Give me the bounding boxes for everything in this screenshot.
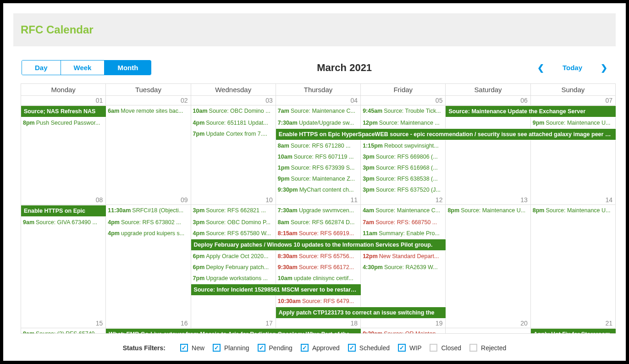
- calendar-event-bar[interactable]: Source: Infor Incident 15298561 MSCM ser…: [191, 284, 361, 295]
- calendar-event[interactable]: 1:15pmReboot swpvinsight...: [361, 140, 446, 151]
- calendar-event[interactable]: 8amSource: (3) RFS 65749...: [21, 328, 106, 333]
- calendar-event[interactable]: 8pmPush Secured Passwor...: [21, 117, 106, 128]
- day-number[interactable]: 14: [531, 195, 615, 204]
- filter-closed[interactable]: Closed: [430, 344, 461, 352]
- day-number[interactable]: 20: [446, 319, 530, 328]
- calendar-event-bar[interactable]: Enable HTTPS on Epic HyperSpaceWEB sourc…: [276, 129, 616, 140]
- calendar-event[interactable]: 3pmSource: OBC Domino P...: [191, 217, 276, 228]
- calendar-event[interactable]: 10amSource: RFS 607119 ...: [276, 151, 361, 162]
- calendar-event[interactable]: 7pmUpgrade workstations ...: [191, 273, 276, 284]
- calendar-event[interactable]: 4:30pmSource: RA2639 W...: [361, 262, 446, 273]
- day-number[interactable]: 18: [276, 319, 360, 328]
- day-header: Wednesday: [191, 83, 276, 96]
- day-number[interactable]: 08: [21, 195, 105, 204]
- day-number[interactable]: 02: [106, 96, 190, 105]
- day-number[interactable]: 03: [191, 96, 276, 105]
- day-number[interactable]: 13: [446, 195, 530, 204]
- calendar-event[interactable]: 4pmupgrade prod kuipers s...: [106, 228, 191, 239]
- checkbox-icon[interactable]: [301, 344, 309, 352]
- filter-planning[interactable]: Planning: [213, 344, 249, 352]
- checkbox-icon[interactable]: [348, 344, 356, 352]
- calendar-event-bar[interactable]: Deploy February patches / Windows 10 upd…: [191, 239, 446, 250]
- calendar-event[interactable]: 7amSource: RFS: 668750 ...: [361, 217, 446, 228]
- day-number[interactable]: 16: [106, 319, 190, 328]
- calendar-event[interactable]: 4pmSource: RFS 673802 ...: [106, 217, 191, 228]
- calendar-event-bar[interactable]: Apply patch CTP123173 to correct an issu…: [276, 307, 446, 318]
- checkbox-icon[interactable]: [469, 344, 477, 352]
- calendar-event-bar[interactable]: Enable HTTPS on Epic: [21, 205, 106, 216]
- view-day[interactable]: Day: [22, 61, 61, 75]
- day-number[interactable]: 07: [531, 96, 615, 105]
- filter-rejected[interactable]: Rejected: [469, 344, 506, 352]
- calendar-event[interactable]: 6pmApply Oracle Oct 2020...: [191, 251, 276, 262]
- day-number[interactable]: 05: [361, 96, 445, 105]
- day-number[interactable]: 04: [276, 96, 360, 105]
- calendar-event[interactable]: 9:30amSource: RFS 66172...: [276, 262, 361, 273]
- calendar-event[interactable]: 6amMove remote sites bac...: [106, 105, 191, 117]
- day-number[interactable]: 19: [361, 319, 445, 328]
- filter-pending[interactable]: Pending: [258, 344, 292, 352]
- day-number[interactable]: 10: [191, 195, 276, 204]
- calendar-event[interactable]: 12pmNew Standard Depart...: [361, 251, 446, 262]
- filter-wip[interactable]: WIP: [398, 344, 421, 352]
- today-button[interactable]: Today: [563, 64, 582, 72]
- prev-icon[interactable]: ❮: [537, 63, 544, 73]
- filter-scheduled[interactable]: Scheduled: [348, 344, 390, 352]
- calendar-event[interactable]: 3pmSource: RFS 616968 (...: [361, 162, 446, 173]
- calendar-event[interactable]: 9:30pmMyChart content ch...: [276, 184, 361, 195]
- calendar-event[interactable]: 7pmUpdate Cortex from 7....: [191, 128, 276, 140]
- calendar-event-bar[interactable]: Source: Maintenance Update the Exchange …: [446, 106, 616, 117]
- calendar-event[interactable]: 1pmSource: RFS 673939 S...: [276, 162, 361, 173]
- calendar-event[interactable]: 6pmDeploy February patch...: [191, 262, 276, 273]
- calendar-event[interactable]: 3pmSource: RFS 638538 (...: [361, 173, 446, 184]
- calendar-event[interactable]: 11amSummary: Enable Pro...: [361, 228, 446, 239]
- calendar-event[interactable]: 10amSource: OBC Domino ...: [191, 105, 276, 117]
- calendar-event[interactable]: 3pmSource: RFS 669806 (...: [361, 151, 446, 162]
- calendar-event[interactable]: 9pmSource: Maintenance U...: [531, 117, 616, 128]
- calendar-event[interactable]: 9:30amSource: OR Mainten...: [361, 328, 446, 333]
- calendar-event[interactable]: 3pmSource: RFS 637520 (J...: [361, 184, 446, 195]
- filter-new[interactable]: New: [180, 344, 204, 352]
- calendar-event[interactable]: 7:30amUpdate/Upgrade sw...: [276, 117, 361, 128]
- day-number[interactable]: 17: [191, 319, 276, 328]
- day-number[interactable]: 15: [21, 319, 105, 328]
- calendar-event[interactable]: 8:15amSource: RFS 66919...: [276, 228, 361, 239]
- calendar-event-bar[interactable]: Apply Hot Fix for Storeroom: [531, 329, 616, 333]
- view-month[interactable]: Month: [104, 61, 151, 75]
- calendar-event-bar[interactable]: Source; NAS Refresh NAS: [21, 106, 106, 117]
- checkbox-icon[interactable]: [258, 344, 265, 352]
- checkbox-icon[interactable]: [430, 344, 437, 352]
- calendar-event[interactable]: 8pmSource: Maintenance U...: [446, 205, 530, 217]
- day-number[interactable]: 09: [106, 195, 190, 204]
- day-number[interactable]: 21: [531, 319, 615, 328]
- day-number[interactable]: 06: [446, 96, 530, 105]
- calendar-event[interactable]: 8:30amSource: RFS 65756...: [276, 251, 361, 262]
- calendar-event[interactable]: 8pmSource: Maintenance U...: [531, 205, 616, 217]
- calendar-event[interactable]: 12pmSource: Maintenance ...: [361, 117, 446, 128]
- calendar-event[interactable]: 3pmSource: RFS 662821 ...: [191, 205, 276, 217]
- day-number[interactable]: 12: [361, 195, 445, 204]
- calendar-event-bar[interactable]: What: EMR Go-Live cutover from Mosaic to…: [106, 329, 361, 333]
- calendar-event[interactable]: 10:30amSource: RFS 6479...: [276, 296, 361, 307]
- calendar-event[interactable]: 7amSource: Maintenance C...: [276, 105, 361, 117]
- view-week[interactable]: Week: [61, 61, 105, 75]
- calendar-event[interactable]: 9pmSource: Maintenance Z...: [276, 173, 361, 184]
- calendar-event[interactable]: 7:30amUpgrade swvmvcen...: [276, 205, 361, 217]
- calendar-event[interactable]: 4pmSource: RFS 657580 W...: [191, 228, 276, 239]
- calendar-event[interactable]: 8amSource: RFS 671280 ...: [276, 140, 361, 151]
- filter-approved[interactable]: Approved: [301, 344, 340, 352]
- next-icon[interactable]: ❯: [601, 63, 607, 73]
- calendar-event[interactable]: 4pmSource: 651181 Updat...: [191, 117, 276, 128]
- calendar-event[interactable]: 8amSource: RFS 662874 D...: [276, 217, 361, 228]
- day-number[interactable]: 11: [276, 195, 360, 204]
- checkbox-icon[interactable]: [398, 344, 406, 352]
- calendar-event[interactable]: 10amupdate clinisync certif...: [276, 273, 361, 284]
- checkbox-icon[interactable]: [180, 344, 188, 352]
- calendar-scroll[interactable]: MondayTuesdayWednesdayThursdayFridaySatu…: [21, 83, 616, 333]
- calendar-event[interactable]: 4amSource: Maintenance C...: [361, 205, 446, 217]
- calendar-event[interactable]: 11:30amSRFC#18 (Objecti...: [106, 205, 191, 217]
- checkbox-icon[interactable]: [213, 344, 221, 352]
- calendar-event[interactable]: 9:45amSource: Trouble Tick...: [361, 105, 446, 117]
- calendar-event[interactable]: 9amSource: GIVA 673490 ...: [21, 217, 106, 228]
- day-number[interactable]: 01: [21, 96, 105, 105]
